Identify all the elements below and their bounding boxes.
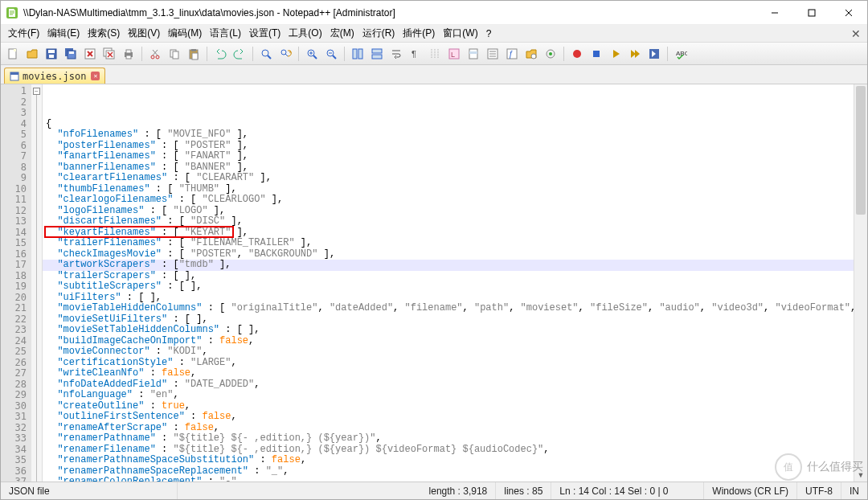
zoom-in-icon[interactable] [303,45,321,63]
fold-gutter[interactable]: − [31,84,43,482]
menubar-close-icon[interactable]: ✕ [851,27,861,40]
tabbar: movies.json ✕ [1,65,867,84]
menu-run[interactable]: 运行(R) [358,27,399,40]
svg-rect-31 [192,53,198,59]
undo-icon[interactable] [211,45,229,63]
menu-macro[interactable]: 宏(M) [326,27,358,40]
tab-close-icon[interactable]: ✕ [91,72,100,80]
sync-hscroll-icon[interactable] [368,45,386,63]
svg-line-39 [313,55,317,59]
scroll-down-icon[interactable]: ▼ [854,468,867,482]
menu-language[interactable]: 语言(L) [206,27,245,40]
svg-rect-45 [372,49,382,53]
menu-file[interactable]: 文件(F) [4,27,43,40]
monitoring-icon[interactable] [542,45,559,63]
svg-text:¶: ¶ [411,49,416,59]
new-file-icon[interactable] [4,45,22,63]
line-number-gutter: 1234567891011121314151617181920212223242… [1,84,31,482]
menu-view[interactable]: 视图(V) [124,27,164,40]
file-tab[interactable]: movies.json ✕ [4,68,105,84]
menu-tools[interactable]: 工具(O) [285,27,326,40]
svg-rect-22 [126,55,131,59]
app-icon [6,6,18,19]
status-lines: lines : 85 [496,482,551,499]
menu-plugins[interactable]: 插件(P) [399,27,439,40]
status-encoding[interactable]: UTF-8 [797,482,841,499]
editor: 1234567891011121314151617181920212223242… [1,84,867,482]
svg-rect-28 [173,51,178,59]
folder-workspace-icon[interactable] [522,45,540,63]
play-macro-multi-icon[interactable] [626,45,644,63]
status-position: Ln : 14 Col : 14 Sel : 0 | 0 [551,482,704,499]
record-macro-icon[interactable] [568,45,586,63]
replace-icon[interactable] [276,45,294,63]
svg-point-63 [549,52,552,55]
close-file-icon[interactable] [81,45,99,63]
svg-rect-12 [69,51,74,54]
paste-icon[interactable] [185,45,203,63]
file-tab-icon [10,72,19,81]
zoom-out-icon[interactable] [322,45,340,63]
svg-rect-21 [126,50,131,53]
svg-rect-9 [49,55,54,58]
svg-rect-65 [593,51,600,57]
svg-point-61 [531,54,536,59]
play-macro-icon[interactable] [607,45,624,63]
svg-point-64 [573,50,581,58]
close-all-icon[interactable] [100,45,118,63]
close-button[interactable] [830,1,867,24]
redo-icon[interactable] [231,45,248,63]
indent-guide-icon[interactable] [426,45,444,63]
menubar: 文件(F) 编辑(E) 搜索(S) 视图(V) 编码(M) 语言(L) 设置(T… [1,25,867,43]
status-eol[interactable]: Windows (CR LF) [704,482,797,499]
file-tab-label: movies.json [23,71,86,82]
status-filetype: JSON file [1,482,178,499]
svg-point-23 [151,55,154,59]
code-area[interactable]: { "nfoFilenames" : [ "MOVIE_NFO" ], "pos… [43,84,854,482]
cut-icon[interactable] [146,45,164,63]
toolbar: ¶ L ƒ ABC [1,43,867,65]
svg-text:L: L [451,51,455,59]
wordwrap-icon[interactable] [387,45,405,63]
status-length: length : 3,918 [421,482,497,499]
sync-vscroll-icon[interactable] [349,45,366,63]
print-icon[interactable] [120,45,137,63]
stop-macro-icon[interactable] [588,45,605,63]
udf-icon[interactable]: L [445,45,463,63]
doc-map-icon[interactable] [465,45,482,63]
spellcheck-icon[interactable]: ABC [672,45,690,63]
menu-encoding[interactable]: 编码(M) [164,27,206,40]
menu-help[interactable]: ? [482,28,496,39]
svg-rect-69 [10,72,18,75]
show-all-chars-icon[interactable]: ¶ [407,45,424,63]
vertical-scrollbar[interactable]: ▲ ▼ [854,84,867,482]
menu-window[interactable]: 窗口(W) [439,27,481,40]
copy-icon[interactable] [166,45,183,63]
menu-edit[interactable]: 编辑(E) [43,27,84,40]
minimize-button[interactable] [756,1,793,24]
status-mode: IN [841,482,867,499]
save-all-icon[interactable] [62,45,80,63]
svg-point-24 [156,55,159,59]
scroll-thumb[interactable] [856,86,866,215]
find-icon[interactable] [257,45,275,63]
svg-rect-2 [809,10,815,16]
svg-text:ƒ: ƒ [509,50,514,59]
svg-rect-8 [48,50,55,53]
menu-search[interactable]: 搜索(S) [84,27,124,40]
svg-line-35 [285,54,288,56]
svg-rect-43 [353,49,357,59]
open-file-icon[interactable] [23,45,41,63]
function-list-icon[interactable]: ƒ [503,45,521,63]
svg-rect-6 [14,49,16,51]
menu-settings[interactable]: 设置(T) [245,27,285,40]
window-title: \\Dylan-NAS\Multimedia\tmm_3.1.3_linux\d… [23,7,756,18]
svg-rect-46 [372,55,382,59]
doc-list-icon[interactable] [484,45,502,63]
save-macro-icon[interactable] [645,45,663,63]
svg-line-33 [268,55,271,59]
svg-line-42 [333,55,336,59]
maximize-button[interactable] [793,1,830,24]
titlebar: \\Dylan-NAS\Multimedia\tmm_3.1.3_linux\d… [1,1,867,25]
save-icon[interactable] [43,45,60,63]
